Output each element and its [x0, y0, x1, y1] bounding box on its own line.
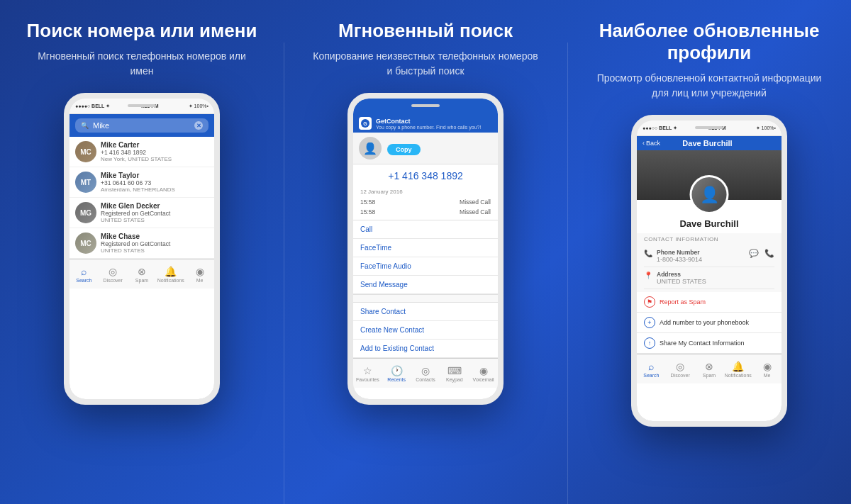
tab-favourites[interactable]: ☆ Favourites	[353, 365, 382, 382]
search-clear-button[interactable]: ✕	[194, 121, 203, 130]
unknown-caller-avatar: 👤	[359, 137, 382, 159]
phone-field-label: Phone Number	[657, 249, 745, 256]
section-profile: Наиболее обновленные профили Просмотр об…	[567, 0, 851, 504]
back-label: Back	[646, 140, 660, 147]
search-tab-icon-3: ⌕	[648, 361, 654, 372]
back-button[interactable]: ‹ Back	[643, 140, 660, 147]
tab-keypad[interactable]: ⌨ Keypad	[440, 365, 469, 382]
share-contact-row[interactable]: ↑ Share My Contact Information	[637, 333, 782, 354]
message-icon[interactable]: 💬	[749, 249, 759, 258]
search-tab-icon: ⌕	[81, 266, 87, 277]
address-info-row: 📍 Address UNITED STATES	[644, 267, 774, 289]
action-call[interactable]: Call	[353, 220, 498, 239]
call-type-0: Missed Call	[460, 198, 491, 206]
phone-1: ●●●●○ BELL ✦ 4:21 PM ✦ 100%▪ 🔍 Mike ✕ MC…	[64, 93, 220, 405]
tab-spam[interactable]: ⊗ Spam	[128, 266, 157, 283]
search-header: 🔍 Mike ✕	[69, 114, 214, 137]
action-create-contact[interactable]: Create New Contact	[353, 321, 498, 340]
phone-info-row: 📞 Phone Number 1-800-433-9014 💬 📞	[644, 245, 774, 267]
spam-tab-icon: ⊗	[138, 266, 146, 277]
tab-discover-label-3: Discover	[671, 373, 690, 378]
back-chevron-icon: ‹	[643, 140, 645, 147]
contact-location-2: UNITED STATES	[101, 217, 208, 223]
add-phonebook-row[interactable]: + Add number to your phonebook	[637, 313, 782, 333]
contacts-tab-icon: ◎	[421, 365, 430, 376]
action-send-message[interactable]: Send Message	[353, 276, 498, 294]
tab-keypad-label: Keypad	[446, 377, 463, 382]
spam-tab-icon-3: ⊗	[705, 361, 713, 372]
call-time-1: 15:58	[360, 208, 375, 215]
tab-recents-label: Recents	[387, 377, 406, 382]
action-facetime-audio[interactable]: FaceTime Audio	[353, 257, 498, 276]
tab-me-label: Me	[196, 278, 204, 283]
tab-search-label: Search	[76, 278, 91, 283]
section-2-title: Мгновенный поиск	[324, 20, 527, 42]
add-phonebook-label: Add number to your phonebook	[660, 319, 749, 326]
phone-info-icon: 📞	[644, 250, 652, 257]
avatar-3: MC	[75, 233, 96, 254]
share-contact-label: Share My Contact Information	[660, 340, 745, 347]
contact-info-label: CONTACT INFORMATION	[644, 236, 774, 242]
call-history: 12 January 2016 15:58 Missed Call 15:58 …	[353, 186, 498, 220]
action-add-existing[interactable]: Add to Existing Contact	[353, 340, 498, 358]
status-right-3: ✦ 100%▪	[756, 125, 776, 131]
contact-info-section: CONTACT INFORMATION 📞 Phone Number 1-800…	[637, 233, 782, 292]
favourites-tab-icon: ☆	[363, 365, 372, 376]
tab-search[interactable]: ⌕ Search	[69, 266, 99, 283]
tab-spam-3[interactable]: ⊗ Spam	[695, 361, 724, 378]
profile-photo-bg: 👤	[637, 150, 782, 200]
voicemail-tab-icon: ◉	[479, 365, 488, 376]
call-time-0: 15:58	[360, 198, 375, 206]
tab-notifications[interactable]: 🔔 Notifications	[156, 266, 185, 283]
app-title: GetContact	[376, 118, 492, 125]
status-left-1: ●●●●○ BELL ✦	[75, 103, 110, 109]
section-2-subtitle: Копирование неизвестных телефонных номер…	[284, 49, 567, 79]
tab-discover[interactable]: ◎ Discover	[99, 266, 128, 283]
tab-search-3[interactable]: ⌕ Search	[637, 361, 666, 378]
section-recents: Мгновенный поиск Копирование неизвестных…	[284, 0, 567, 504]
profile-name: Dave Burchill	[637, 218, 782, 229]
tab-recents[interactable]: 🕐 Recents	[382, 365, 411, 382]
tab-voicemail[interactable]: ◉ Voicemail	[469, 365, 498, 382]
contact-location-0: New York, UNITED STATES	[101, 156, 208, 162]
app-header: G GetContact You copy a phone number. Fi…	[353, 114, 498, 133]
profile-header: ‹ Back Dave Burchill	[637, 136, 782, 150]
discover-tab-icon: ◎	[109, 266, 117, 277]
tab-me-3[interactable]: ◉ Me	[752, 361, 782, 378]
tab-discover-3[interactable]: ◎ Discover	[666, 361, 695, 378]
tab-favourites-label: Favourites	[356, 377, 379, 382]
add-phonebook-icon: +	[644, 317, 655, 328]
address-info-icon: 📍	[644, 271, 652, 279]
contact-name-0: Mike Carter	[101, 141, 208, 149]
contact-location-3: UNITED STATES	[101, 247, 208, 254]
me-tab-icon: ◉	[196, 266, 204, 277]
call-icon[interactable]: 📞	[764, 249, 774, 258]
contact-item-1[interactable]: MT Mike Taylor +31 0641 60 06 73 Amsterd…	[69, 167, 214, 198]
contact-name-3: Mike Chase	[101, 233, 208, 240]
avatar-person-icon: 👤	[700, 186, 719, 204]
action-facetime[interactable]: FaceTime	[353, 239, 498, 257]
report-spam-row[interactable]: ⚑ Report as Spam	[637, 292, 782, 313]
tab-notifications-3[interactable]: 🔔 Notifications	[723, 361, 752, 378]
avatar-0: MC	[75, 141, 96, 162]
address-field-value: UNITED STATES	[657, 278, 774, 285]
tab-voicemail-label: Voicemail	[473, 377, 494, 382]
contact-item-2[interactable]: MG Mike Glen Decker Registered on GetCon…	[69, 198, 214, 228]
contact-item-0[interactable]: MC Mike Carter +1 416 348 1892 New York,…	[69, 137, 214, 167]
contact-name-2: Mike Glen Decker	[101, 202, 208, 210]
contact-item-3[interactable]: MC Mike Chase Registered on GetContact U…	[69, 228, 214, 259]
getcontact-icon: G	[359, 117, 372, 130]
contact-name-1: Mike Taylor	[101, 172, 208, 179]
section-3-title: Наиболее обновленные профили	[567, 20, 851, 64]
tab-me[interactable]: ◉ Me	[185, 266, 214, 283]
tab-me-label-3: Me	[764, 373, 771, 378]
address-field-label: Address	[657, 271, 774, 278]
search-input-text[interactable]: Mike	[93, 121, 190, 130]
tab-contacts-2[interactable]: ◎ Contacts	[411, 365, 440, 382]
action-separator	[353, 294, 498, 303]
phone-number-display: +1 416 348 1892	[353, 164, 498, 186]
call-date: 12 January 2016	[360, 189, 491, 195]
search-bar[interactable]: 🔍 Mike ✕	[75, 118, 208, 133]
copy-button[interactable]: Copy	[387, 144, 421, 155]
action-share-contact[interactable]: Share Contact	[353, 303, 498, 321]
